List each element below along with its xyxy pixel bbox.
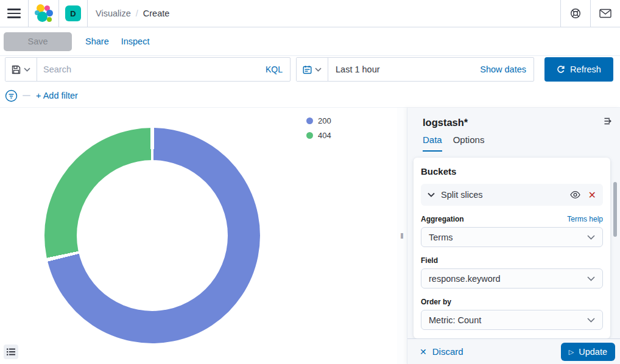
field-label: Field (421, 256, 438, 265)
help-button[interactable] (561, 0, 590, 27)
refresh-icon (557, 65, 565, 74)
aggregation-select[interactable]: Terms (421, 227, 603, 247)
x-icon: ✕ (420, 347, 427, 357)
filter-options-icon[interactable] (5, 89, 18, 102)
inspect-button[interactable]: Inspect (121, 37, 150, 46)
aggregation-label: Aggregation (421, 215, 464, 223)
breadcrumb-separator: / (136, 9, 138, 18)
hamburger-icon (7, 9, 21, 18)
x-icon: ✕ (588, 189, 596, 201)
chart-legend: 200 404 (306, 116, 331, 140)
newsfeed-button[interactable] (591, 0, 620, 27)
add-filter-button[interactable]: + Add filter (36, 91, 78, 100)
editor-footer: ✕ Discard ▷ Update (407, 338, 620, 364)
donut-chart[interactable] (44, 128, 260, 343)
legend-toggle-button[interactable] (4, 345, 18, 359)
editor-header: logstash* Data Options (407, 108, 620, 152)
field-value: response.keyword (429, 274, 587, 284)
remove-bucket-button[interactable]: ✕ (588, 189, 596, 201)
terms-help-link[interactable]: Terms help (567, 215, 603, 223)
kql-language-button[interactable]: KQL (266, 65, 290, 74)
list-icon (7, 348, 15, 355)
space-selector[interactable]: D (59, 0, 87, 27)
donut-hole (77, 160, 228, 311)
collapse-right-icon (603, 116, 613, 126)
visualization-panel: 200 404 (0, 108, 397, 364)
aggregation-section: Aggregation Terms help Terms (421, 215, 603, 247)
legend-item-404[interactable]: 404 (306, 131, 331, 140)
elastic-home-button[interactable] (29, 0, 58, 27)
split-slices-row: Split slices ✕ (421, 184, 603, 206)
mail-icon (599, 9, 611, 18)
chevron-down-icon (587, 318, 595, 323)
chevron-down-icon (24, 68, 30, 72)
legend-label-200: 200 (318, 116, 331, 125)
legend-dot-200 (306, 117, 313, 124)
breadcrumb-visualize[interactable]: Visualize (96, 9, 131, 18)
discard-button[interactable]: ✕ Discard (420, 346, 463, 357)
tab-data[interactable]: Data (423, 135, 442, 152)
legend-dot-404 (306, 132, 313, 139)
toggle-visibility-button[interactable] (570, 191, 580, 198)
chevron-down-icon (587, 276, 595, 281)
share-button[interactable]: Share (85, 37, 109, 46)
refresh-label: Refresh (570, 65, 601, 74)
search-input[interactable] (37, 58, 266, 81)
time-range-value[interactable]: Last 1 hour (328, 65, 480, 74)
visualize-toolbar: Save Share Inspect (0, 27, 620, 56)
legend-label-404: 404 (318, 131, 331, 140)
legend-item-200[interactable]: 200 (306, 116, 331, 125)
collapse-panel-button[interactable] (603, 116, 613, 126)
query-bar: KQL Last 1 hour Show dates Refresh (0, 56, 620, 84)
order-by-select[interactable]: Metric: Count (421, 310, 603, 330)
menu-button[interactable] (0, 0, 28, 27)
discard-label: Discard (432, 346, 463, 357)
editor-tabs: Data Options (423, 135, 611, 152)
chevron-down-icon (587, 235, 595, 240)
kibana-app: D Visualize / Create (0, 0, 620, 364)
show-dates-button[interactable]: Show dates (480, 65, 534, 74)
breadcrumb-create: Create (143, 9, 170, 18)
breadcrumb: Visualize / Create (88, 0, 169, 27)
split-slices-label[interactable]: Split slices (441, 190, 570, 200)
play-icon: ▷ (569, 348, 574, 356)
save-query-icon (12, 65, 21, 74)
buckets-heading: Buckets (421, 166, 603, 177)
update-button[interactable]: ▷ Update (561, 343, 615, 361)
filter-bar: + Add filter (0, 84, 620, 108)
filter-divider (23, 95, 30, 96)
search-bar-group: KQL (5, 57, 291, 82)
order-by-label: Order by (421, 298, 451, 306)
top-chrome-bar: D Visualize / Create (0, 0, 620, 27)
visualization-editor-panel: logstash* Data Options Buckets (407, 108, 620, 364)
help-lifebuoy-icon (569, 7, 582, 19)
update-label: Update (579, 347, 607, 357)
calendar-icon (303, 65, 312, 74)
chevron-down-icon (315, 68, 322, 72)
index-pattern-title: logstash* (423, 116, 611, 129)
order-by-value: Metric: Count (429, 315, 587, 325)
field-section: Field response.keyword (421, 256, 603, 289)
eye-icon (570, 191, 580, 198)
chevron-down-icon[interactable] (428, 192, 435, 197)
field-select[interactable]: response.keyword (421, 268, 603, 289)
main-content: 200 404 ‖ logstash* (0, 108, 620, 364)
space-badge: D (65, 5, 81, 21)
buckets-card: Buckets Split slices ✕ Aggregation (414, 158, 610, 338)
saved-query-menu-button[interactable] (5, 58, 37, 81)
date-picker-group: Last 1 hour Show dates (296, 57, 534, 82)
tab-options[interactable]: Options (453, 135, 485, 152)
date-quick-menu-button[interactable] (297, 58, 328, 81)
panel-resizer-handle[interactable]: ‖ (397, 108, 407, 364)
refresh-button[interactable]: Refresh (544, 57, 613, 82)
aggregation-value: Terms (429, 233, 587, 242)
panel-scrollbar-thumb[interactable] (613, 182, 617, 237)
order-by-section: Order by Metric: Count (421, 298, 603, 330)
elastic-logo-icon (35, 4, 53, 23)
header-actions (560, 0, 620, 27)
save-button[interactable]: Save (4, 32, 72, 51)
